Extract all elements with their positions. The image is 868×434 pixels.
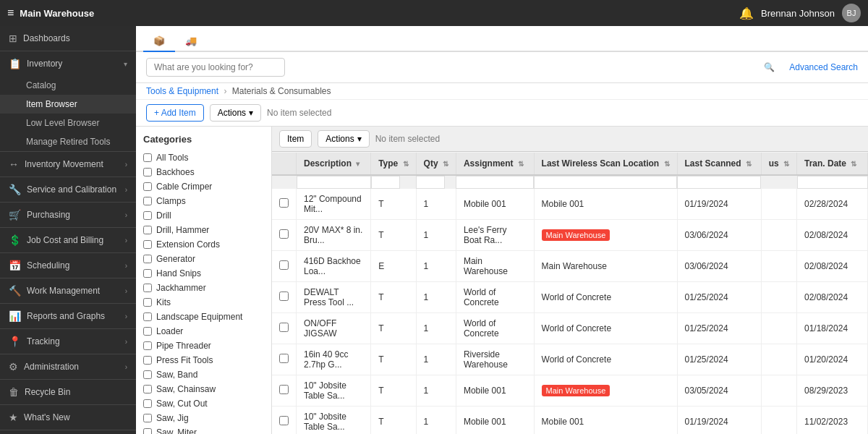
sidebar-sub-catalog[interactable]: Catalog [0,76,136,95]
row-checkbox[interactable] [279,292,289,301]
sidebar-sub-item-browser[interactable]: Item Browser [0,95,136,114]
actions-button[interactable]: Actions ▾ [210,104,261,122]
row-checkbox[interactable] [279,198,289,208]
sidebar-item-administration[interactable]: ⚙ Administration › [0,354,136,379]
category-item[interactable]: Saw, Cut Out [136,396,271,411]
table-row[interactable]: 416D Backhoe Loa... E 1 Main Warehouse M… [272,251,868,282]
category-item[interactable]: Landscape Equipment [136,310,271,324]
sidebar-sub-manage-retired[interactable]: Manage Retired Tools [0,132,136,151]
col-last-scanned[interactable]: Last Scanned ⇅ [677,153,761,175]
category-checkbox[interactable] [143,153,152,162]
category-item[interactable]: Saw, Miter [136,425,271,434]
row-checkbox[interactable] [279,260,289,270]
table-row[interactable]: 10" Jobsite Table Sa... T 1 Mobile 001 M… [272,407,868,435]
table-wrapper[interactable]: Item Actions ▾ No item selected Descript… [272,127,868,434]
filter-wireless-input[interactable] [534,176,677,189]
category-item[interactable]: Generator [136,252,271,266]
category-item[interactable]: Saw, Band [136,367,271,382]
actions2-button[interactable]: Actions ▾ [318,130,369,148]
sidebar-item-work-management[interactable]: 🔨 Work Management › [0,278,136,303]
category-item[interactable]: Backhoes [136,165,271,179]
table-scroll-container[interactable]: Description ▾ Type ⇅ Qty ⇅ Assignment ⇅ … [272,153,868,434]
tab-truck[interactable]: 🚚 [175,31,207,52]
sidebar-item-tracking[interactable]: 📍 Tracking › [0,329,136,354]
sidebar-sub-low-level-browser[interactable]: Low Level Browser [0,114,136,132]
category-item[interactable]: Kits [136,295,271,310]
row-checkbox[interactable] [279,385,289,394]
category-checkbox[interactable] [143,399,152,408]
col-type[interactable]: Type ⇅ [371,153,416,175]
category-checkbox[interactable] [143,240,152,249]
category-item[interactable]: Saw, Jig [136,411,271,425]
filter-desc-input[interactable] [297,176,371,189]
col-qty[interactable]: Qty ⇅ [416,153,456,175]
sidebar-item-feedback[interactable]: 💬 Feedback [0,430,136,434]
advanced-search-link[interactable]: Advanced Search [789,62,858,72]
sidebar-item-purchasing[interactable]: 🛒 Purchasing › [0,203,136,227]
category-checkbox[interactable] [143,356,152,365]
filter-qty-input[interactable] [416,176,445,189]
row-checkbox[interactable] [279,354,289,363]
table-row[interactable]: 10" Jobsite Table Sa... T 1 Mobile 001 M… [272,375,868,407]
category-item[interactable]: All Tools [136,150,271,165]
category-item[interactable]: Drill [136,208,271,223]
search-input[interactable] [146,58,285,77]
category-item[interactable]: Saw, Chainsaw [136,382,271,396]
sidebar-item-job-cost[interactable]: 💲 Job Cost and Billing › [0,228,136,252]
category-checkbox[interactable] [143,312,152,321]
category-checkbox[interactable] [143,269,152,278]
filter-scanned-input[interactable] [677,176,761,189]
col-assignment[interactable]: Assignment ⇅ [456,153,534,175]
breadcrumb-link[interactable]: Tools & Equipment [146,86,218,96]
filter-tran-input[interactable] [797,176,868,189]
category-item[interactable]: Loader [136,324,271,339]
col-description[interactable]: Description ▾ [297,153,371,175]
category-item[interactable]: Press Fit Tools [136,353,271,367]
category-checkbox[interactable] [143,226,152,234]
category-item[interactable]: Jackhammer [136,281,271,295]
category-item[interactable]: Pipe Threader [136,339,271,353]
category-checkbox[interactable] [143,284,152,292]
col-status[interactable]: us ⇅ [761,153,796,175]
table-row[interactable]: 20V MAX* 8 in. Bru... T 1 Lee's Ferry Bo… [272,220,868,251]
category-checkbox[interactable] [143,370,152,379]
category-checkbox[interactable] [143,255,152,263]
category-checkbox[interactable] [143,168,152,176]
hamburger-icon[interactable]: ≡ [7,7,14,20]
add-item-button[interactable]: + Add Item [146,104,204,122]
filter-type-input[interactable] [371,176,400,189]
filter-assignment-input[interactable] [456,176,534,189]
category-checkbox[interactable] [143,414,152,422]
category-checkbox[interactable] [143,385,152,393]
sidebar-item-recycle-bin[interactable]: 🗑 Recycle Bin [0,380,136,404]
category-checkbox[interactable] [143,197,152,205]
category-item[interactable]: Drill, Hammer [136,223,271,237]
sidebar-item-whats-new[interactable]: ★ What's New [0,405,136,430]
sidebar-item-dashboards[interactable]: ⊞ Dashboards [0,26,136,51]
table-row[interactable]: 16in 40 9cc 2.7hp G... T 1 Riverside War… [272,344,868,375]
category-checkbox[interactable] [143,327,152,336]
category-checkbox[interactable] [143,182,152,191]
table-row[interactable]: ON/OFF JIGSAW T 1 World of Concrete Worl… [272,313,868,344]
row-checkbox[interactable] [279,323,289,332]
table-row[interactable]: 12" Compound Mit... T 1 Mobile 001 Mobil… [272,189,868,220]
category-item[interactable]: Extension Cords [136,237,271,252]
col-last-wireless[interactable]: Last Wireless Scan Location ⇅ [534,153,677,175]
category-checkbox[interactable] [143,341,152,350]
item-tab-button[interactable]: Item [279,130,312,148]
category-item[interactable]: Hand Snips [136,266,271,281]
category-item[interactable]: Clamps [136,194,271,208]
category-checkbox[interactable] [143,211,152,220]
col-tran-date[interactable]: Tran. Date ⇅ [797,153,868,175]
table-row[interactable]: DEWALT Press Tool ... T 1 World of Concr… [272,282,868,313]
category-checkbox[interactable] [143,298,152,307]
category-item[interactable]: Cable Crimper [136,179,271,194]
sidebar-item-service[interactable]: 🔧 Service and Calibration › [0,177,136,202]
sidebar-item-inventory[interactable]: 📋 Inventory ▾ [0,51,136,76]
row-checkbox[interactable] [279,229,289,239]
sidebar-item-scheduling[interactable]: 📅 Scheduling › [0,253,136,278]
tab-inventory[interactable]: 📦 [143,31,175,52]
category-checkbox[interactable] [143,428,152,434]
sidebar-item-inventory-movement[interactable]: ↔ Inventory Movement › [0,152,136,176]
sidebar-item-reports[interactable]: 📊 Reports and Graphs › [0,304,136,328]
